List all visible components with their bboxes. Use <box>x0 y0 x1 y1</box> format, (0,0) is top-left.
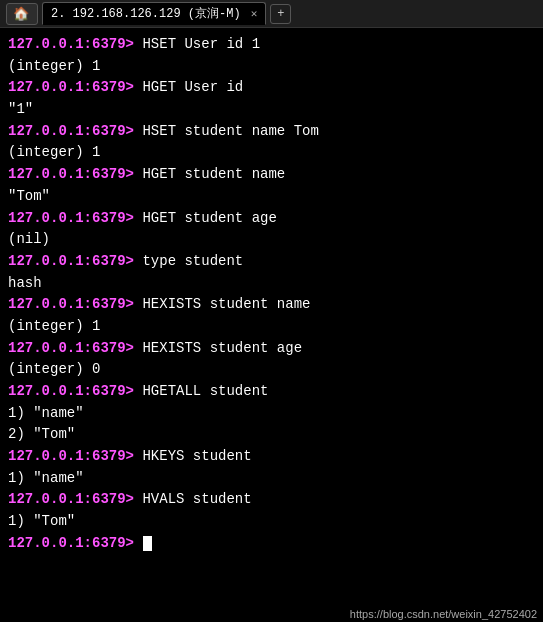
prompt-text: 127.0.0.1:6379> <box>8 491 142 507</box>
home-tab[interactable]: 🏠 <box>6 3 38 25</box>
prompt-text: 127.0.0.1:6379> <box>8 448 142 464</box>
result-text: hash <box>8 275 42 291</box>
status-bar: https://blog.csdn.net/weixin_42752402 <box>344 606 543 622</box>
result-text: "Tom" <box>8 188 50 204</box>
command-text: HKEYS student <box>142 448 251 464</box>
prompt-text: 127.0.0.1:6379> <box>8 253 142 269</box>
terminal-line: 127.0.0.1:6379> HKEYS student <box>8 446 535 468</box>
terminal-line: (nil) <box>8 229 535 251</box>
terminal-line: "Tom" <box>8 186 535 208</box>
result-text: 1) "Tom" <box>8 513 75 529</box>
terminal-line: 127.0.0.1:6379> type student <box>8 251 535 273</box>
close-icon[interactable]: ✕ <box>251 7 258 20</box>
result-text: 1) "name" <box>8 470 84 486</box>
terminal-line: "1" <box>8 99 535 121</box>
command-text: type student <box>142 253 243 269</box>
active-tab[interactable]: 2. 192.168.126.129 (京润-M) ✕ <box>42 2 266 25</box>
terminal-line: (integer) 1 <box>8 316 535 338</box>
result-text: (nil) <box>8 231 50 247</box>
prompt-text: 127.0.0.1:6379> <box>8 123 142 139</box>
terminal-line: 127.0.0.1:6379> <box>8 533 535 555</box>
terminal-line: 127.0.0.1:6379> HSET User id 1 <box>8 34 535 56</box>
add-tab-button[interactable]: + <box>270 4 291 24</box>
home-icon: 🏠 <box>13 6 29 22</box>
command-text: HSET User id 1 <box>142 36 260 52</box>
command-text: HEXISTS student age <box>142 340 302 356</box>
terminal-line: 1) "name" <box>8 403 535 425</box>
command-text: HVALS student <box>142 491 251 507</box>
prompt-text: 127.0.0.1:6379> <box>8 36 142 52</box>
result-text: (integer) 0 <box>8 361 100 377</box>
result-text: (integer) 1 <box>8 318 100 334</box>
prompt-text: 127.0.0.1:6379> <box>8 340 142 356</box>
terminal-content: 127.0.0.1:6379> HSET User id 1(integer) … <box>8 34 535 555</box>
result-text: (integer) 1 <box>8 58 100 74</box>
cursor <box>143 536 152 551</box>
terminal-line: 127.0.0.1:6379> HEXISTS student age <box>8 338 535 360</box>
prompt-text: 127.0.0.1:6379> <box>8 535 142 551</box>
terminal-line: 2) "Tom" <box>8 424 535 446</box>
prompt-text: 127.0.0.1:6379> <box>8 210 142 226</box>
terminal-line: 127.0.0.1:6379> HVALS student <box>8 489 535 511</box>
prompt-text: 127.0.0.1:6379> <box>8 166 142 182</box>
terminal-line: 127.0.0.1:6379> HGET student age <box>8 208 535 230</box>
command-text: HSET student name Tom <box>142 123 318 139</box>
result-text: 2) "Tom" <box>8 426 75 442</box>
terminal-line: 1) "name" <box>8 468 535 490</box>
command-text: HGET student age <box>142 210 276 226</box>
prompt-text: 127.0.0.1:6379> <box>8 383 142 399</box>
terminal: 127.0.0.1:6379> HSET User id 1(integer) … <box>0 28 543 622</box>
terminal-line: 127.0.0.1:6379> HEXISTS student name <box>8 294 535 316</box>
command-text: HGETALL student <box>142 383 268 399</box>
result-text: (integer) 1 <box>8 144 100 160</box>
terminal-line: (integer) 1 <box>8 56 535 78</box>
tab-label: 2. 192.168.126.129 (京润-M) <box>51 5 241 22</box>
terminal-line: 127.0.0.1:6379> HGETALL student <box>8 381 535 403</box>
titlebar: 🏠 2. 192.168.126.129 (京润-M) ✕ + <box>0 0 543 28</box>
prompt-text: 127.0.0.1:6379> <box>8 79 142 95</box>
terminal-line: hash <box>8 273 535 295</box>
terminal-line: 127.0.0.1:6379> HSET student name Tom <box>8 121 535 143</box>
terminal-line: 127.0.0.1:6379> HGET student name <box>8 164 535 186</box>
prompt-text: 127.0.0.1:6379> <box>8 296 142 312</box>
terminal-line: 127.0.0.1:6379> HGET User id <box>8 77 535 99</box>
result-text: "1" <box>8 101 33 117</box>
command-text: HGET User id <box>142 79 243 95</box>
command-text: HEXISTS student name <box>142 296 310 312</box>
terminal-line: 1) "Tom" <box>8 511 535 533</box>
terminal-line: (integer) 1 <box>8 142 535 164</box>
terminal-line: (integer) 0 <box>8 359 535 381</box>
result-text: 1) "name" <box>8 405 84 421</box>
command-text: HGET student name <box>142 166 285 182</box>
